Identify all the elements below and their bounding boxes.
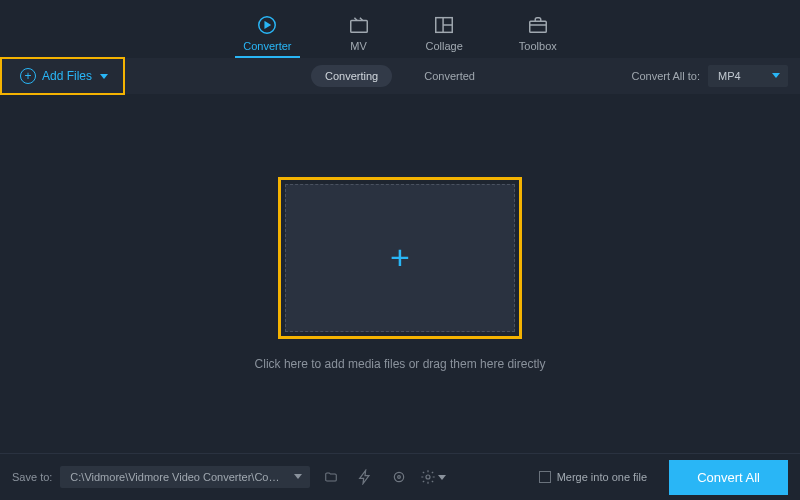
collage-icon (433, 14, 455, 36)
enhance-button[interactable] (386, 466, 412, 488)
svg-rect-1 (350, 20, 367, 32)
merge-checkbox[interactable]: Merge into one file (539, 471, 648, 483)
tab-converting[interactable]: Converting (311, 65, 392, 87)
tab-converted[interactable]: Converted (410, 65, 489, 87)
chevron-down-icon (772, 73, 780, 78)
settings-button[interactable] (420, 466, 446, 488)
convert-all-label: Convert All to: (632, 70, 700, 82)
svg-rect-3 (530, 21, 547, 32)
format-value: MP4 (718, 70, 741, 82)
nav-label: Converter (243, 40, 291, 52)
format-dropdown[interactable]: MP4 (708, 65, 788, 87)
svg-point-4 (395, 472, 404, 481)
speed-button[interactable] (352, 466, 378, 488)
open-folder-button[interactable] (318, 466, 344, 488)
svg-point-6 (426, 475, 430, 479)
convert-all-to: Convert All to: MP4 (632, 65, 788, 87)
nav-label: Toolbox (519, 40, 557, 52)
save-path-value: C:\Vidmore\Vidmore Video Converter\Conve… (70, 471, 305, 483)
plus-icon: + (390, 238, 410, 277)
nav-label: Collage (426, 40, 463, 52)
checkbox-icon (539, 471, 551, 483)
dropzone[interactable]: + (285, 184, 515, 332)
mv-icon (348, 14, 370, 36)
main-area: + Click here to add media files or drag … (0, 94, 800, 453)
dropzone-hint: Click here to add media files or drag th… (255, 357, 546, 371)
bottom-bar: Save to: C:\Vidmore\Vidmore Video Conver… (0, 454, 800, 500)
sub-bar: + Add Files Converting Converted Convert… (0, 58, 800, 94)
save-path-dropdown[interactable]: C:\Vidmore\Vidmore Video Converter\Conve… (60, 466, 310, 488)
converter-icon (256, 14, 278, 36)
chevron-down-icon (438, 475, 446, 480)
plus-circle-icon: + (20, 68, 36, 84)
dropzone-highlight: + (278, 177, 522, 339)
svg-point-5 (398, 476, 401, 479)
nav-item-mv[interactable]: MV (340, 10, 378, 58)
nav-item-collage[interactable]: Collage (418, 10, 471, 58)
nav-item-converter[interactable]: Converter (235, 10, 299, 58)
nav-item-toolbox[interactable]: Toolbox (511, 10, 565, 58)
chevron-down-icon (294, 474, 302, 479)
top-nav: Converter MV Collage Toolbox (0, 0, 800, 58)
merge-label: Merge into one file (557, 471, 648, 483)
nav-label: MV (350, 40, 367, 52)
chevron-down-icon (100, 74, 108, 79)
save-to-label: Save to: (12, 471, 52, 483)
toolbox-icon (527, 14, 549, 36)
sub-tabs: Converting Converted (311, 65, 489, 87)
add-files-label: Add Files (42, 69, 92, 83)
convert-all-button[interactable]: Convert All (669, 460, 788, 495)
add-files-button[interactable]: + Add Files (12, 64, 116, 88)
